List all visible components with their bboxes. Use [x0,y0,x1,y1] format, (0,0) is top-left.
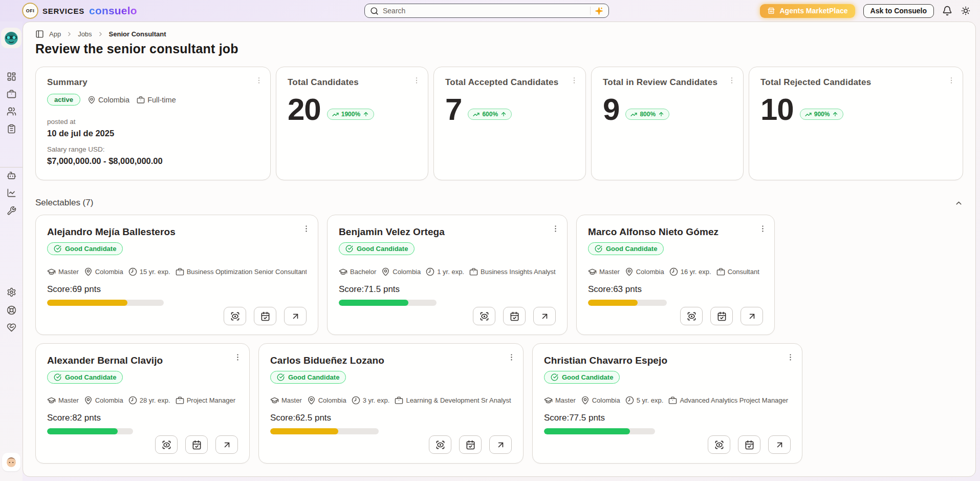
sidebar-item-help[interactable] [0,305,23,315]
sidebar-divider [0,167,23,168]
candidate-card: Carlos Bidueñez Lozano Good Candidate Ma… [258,343,524,464]
candidate-card: Alejandro Mejía Ballesteros Good Candida… [35,215,318,335]
candidate-menu-button[interactable] [507,353,516,362]
schedule-interview-button[interactable] [185,435,208,454]
candidate-menu-button[interactable] [233,353,242,362]
circle-check-icon [551,373,558,381]
review-candidate-button[interactable] [708,435,730,454]
candidate-score: Score:63 pnts [588,284,763,295]
candidate-menu-button[interactable] [786,353,795,362]
schedule-interview-button[interactable] [738,435,760,454]
agents-marketplace-button[interactable]: Agents MarketPlace [760,4,855,18]
stat-card-total-candidates: Total Candidates 20 1900% [276,67,428,180]
graduation-cap-icon [270,396,279,405]
candidate-menu-button[interactable] [551,224,560,233]
briefcase-icon [668,396,677,405]
sidebar-item-tools[interactable] [0,206,23,216]
consuelo-bot-avatar[interactable] [1,28,21,48]
candidate-name: Alejandro Mejía Ballesteros [47,226,307,238]
open-candidate-button[interactable] [741,307,763,325]
job-status-badge: active [47,94,80,106]
candidate-status-badge: Good Candidate [270,371,346,384]
stat-title: Total Accepted Candidates [445,77,574,88]
calendar-check-icon [466,440,475,450]
role: Business Insights Analyst [469,267,556,276]
sidebar-item-tasks[interactable] [0,124,23,134]
chart-line-icon [7,188,16,198]
review-candidate-button[interactable] [680,307,703,325]
open-candidate-button[interactable] [768,435,791,454]
sidebar-item-settings[interactable] [0,287,23,297]
circle-check-icon [54,373,61,381]
arrow-up-icon [363,111,369,117]
stat-card-total-rejected: Total Rejected Candidates 10 900% [749,67,963,180]
graduation-cap-icon [588,267,597,276]
map-pin-icon [625,267,634,276]
stat-card-total-in-review: Total in Review Candidates 9 800% [591,67,744,180]
schedule-interview-button[interactable] [254,307,276,325]
candidate-menu-button[interactable] [758,224,767,233]
experience: 16 yr. exp. [669,267,711,276]
ask-consuelo-button[interactable]: Ask to Consuelo [863,4,934,18]
review-candidate-button[interactable] [224,307,246,325]
summary-menu-button[interactable] [255,76,263,85]
bot-icon [7,171,16,180]
selectables-header: Selectables (7) [35,198,963,208]
stat-menu-button[interactable] [412,76,421,85]
candidate-actions [680,307,763,325]
briefcase-icon [469,267,478,276]
salary-label: Salary range USD: [47,145,259,153]
open-candidate-button[interactable] [284,307,307,325]
open-candidate-button[interactable] [533,307,556,325]
schedule-interview-button[interactable] [503,307,526,325]
settings-gear-icon [7,287,16,297]
search-input[interactable] [383,7,586,15]
sparkles-icon[interactable] [595,7,603,15]
review-candidate-button[interactable] [155,435,178,454]
sidebar-item-agents[interactable] [0,171,23,180]
trending-up-icon [805,111,812,118]
stat-menu-button[interactable] [947,76,955,85]
wrench-icon [7,206,16,216]
theme-toggle-sun-icon[interactable] [961,6,971,16]
review-candidate-button[interactable] [473,307,495,325]
notifications-bell-icon[interactable] [942,6,952,16]
sidebar-item-analytics[interactable] [0,188,23,198]
location: Colombia [307,396,346,405]
sidebar-item-candidates[interactable] [0,107,23,116]
candidate-grid: Alejandro Mejía Ballesteros Good Candida… [35,215,963,464]
clock-icon [128,267,137,276]
clipboard-icon [7,124,16,134]
stat-menu-button[interactable] [728,76,736,85]
location: Colombia [381,267,421,276]
candidate-name: Marco Alfonso Nieto Gómez [588,226,763,238]
schedule-interview-button[interactable] [710,307,733,325]
open-candidate-button[interactable] [489,435,512,454]
candidate-card: Christian Chavarro Espejo Good Candidate… [532,343,802,464]
breadcrumb-app[interactable]: App [49,30,61,38]
user-avatar[interactable] [2,453,20,471]
candidate-meta: Master Colombia 28 yr. exp. Project Mana… [47,396,238,405]
summary-card: Summary active Colombia Full-time posted… [35,67,271,180]
sidebar-item-dashboard[interactable] [0,72,23,81]
collapse-section-button[interactable] [954,199,963,207]
panel-toggle-icon[interactable] [35,30,44,38]
education: Master [47,396,79,405]
map-pin-icon [381,267,390,276]
top-bar: OFI SERVICES consuelo Agents MarketPlace… [0,0,980,22]
breadcrumb-jobs[interactable]: Jobs [78,30,92,38]
location: Colombia [84,267,123,276]
sidebar-item-jobs[interactable] [0,89,23,99]
education: Bachelor [339,267,376,276]
open-candidate-button[interactable] [215,435,238,454]
experience: 28 yr. exp. [128,396,170,405]
arrow-up-right-icon [291,311,300,321]
stat-menu-button[interactable] [570,76,578,85]
candidate-meta: Master Colombia 5 yr. exp. Advanced Anal… [544,396,791,405]
sidebar-item-wellness[interactable] [0,323,23,332]
candidate-menu-button[interactable] [302,224,311,233]
review-candidate-button[interactable] [429,435,451,454]
schedule-interview-button[interactable] [459,435,482,454]
search-box[interactable] [364,4,609,18]
chevron-right-icon [97,31,104,37]
